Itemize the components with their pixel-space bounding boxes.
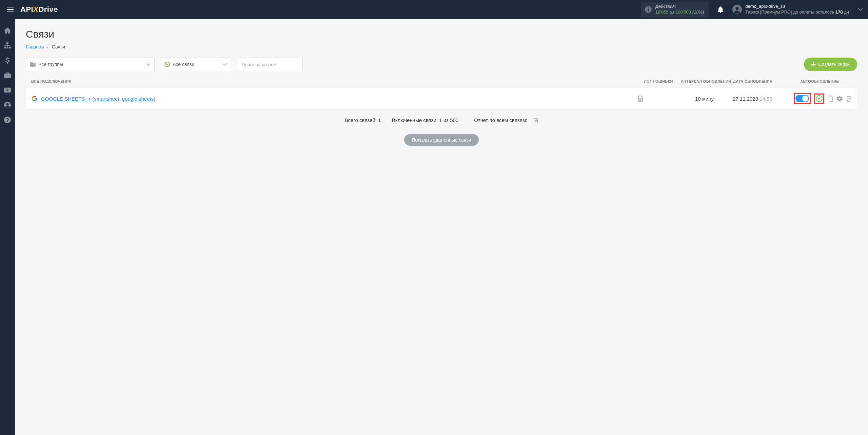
interval-value: 10 минут [678,96,733,102]
chevron-down-icon [858,8,863,11]
briefcase-icon [4,72,11,78]
sidebar-item-videos[interactable] [4,87,11,94]
actions-total: 100'000 [675,9,691,15]
filter-select[interactable]: Все связи [160,58,231,71]
highlight-toggle [794,93,811,104]
highlight-run [814,94,824,104]
stats-total: Всего связей: 1 [345,117,381,123]
row-actions [787,93,851,104]
page-title: Связи [26,28,857,40]
sidebar: ? [0,19,15,155]
create-connection-button[interactable]: Создать связь [804,58,857,71]
copy-button[interactable] [828,96,833,102]
svg-rect-5 [6,42,8,44]
settings-button[interactable] [836,96,843,102]
logo-x: X [33,5,38,14]
breadcrumb-separator: / [47,44,48,49]
header-date: ДАТА ОБНОВЛЕНИЯ [733,79,787,83]
svg-rect-1 [648,9,649,11]
stats-report[interactable]: Отчет по всем связям: [469,117,538,123]
show-deleted-button[interactable]: Показать удаленные связи [404,134,478,146]
hamburger-icon [7,7,14,12]
filter-label: Все связи [173,62,220,67]
sidebar-item-tools[interactable] [4,72,11,79]
sidebar-item-billing[interactable] [4,57,11,64]
notifications-button[interactable] [714,6,727,13]
svg-rect-6 [4,47,6,48]
avatar-icon [732,5,742,14]
user-menu[interactable]: demo_apix-drive_s3 Тариф |Премиум PRO| д… [732,4,849,15]
sidebar-item-home[interactable] [4,27,11,34]
user-icon [4,102,11,108]
document-icon [533,118,538,123]
folder-icon [30,62,36,67]
chevron-down-icon [146,63,150,66]
home-icon [4,27,11,34]
tariff-days: 178 [835,9,843,15]
actions-of: из [670,9,674,15]
chevron-down-icon [223,63,227,66]
breadcrumb-current: Связи [52,44,65,49]
breadcrumb: Главная / Связи [26,44,857,49]
question-icon: ? [4,117,11,123]
main-content: Связи Главная / Связи Все группы Все свя… [15,19,868,155]
table-header: ВСЕ ПОДКЛЮЧЕНИЯ ЛОГ / ОШИБКИ ИНТЕРВАЛ ОБ… [26,77,857,87]
logo-prefix: API [20,5,33,14]
sitemap-icon [4,42,11,48]
table-row: GOOGLE SHEETS -> (smartsheet, google she… [26,87,857,110]
auto-update-toggle[interactable] [795,95,809,102]
search-input[interactable] [237,58,303,71]
toolbar: Все группы Все связи Создать связь [26,58,857,71]
sidebar-item-connections[interactable] [4,42,11,49]
create-label: Создать связь [818,62,850,67]
stats-bar: Всего связей: 1 Включенные связи: 1 из 5… [26,117,857,123]
tariff-prefix: Тариф |Премиум PRO| до оплаты осталось [745,9,835,15]
svg-rect-16 [829,97,833,101]
tariff-suffix: дн [843,9,849,15]
play-circle-icon [164,62,170,67]
info-icon [645,6,652,13]
bell-icon [717,6,724,13]
header-auto: АВТООБНОВЛЕНИЕ [787,79,852,83]
actions-text: Действия: 18'055 из 100'000 (18%) [655,4,704,15]
google-icon [32,96,38,102]
run-button[interactable] [816,95,823,102]
header-name: ВСЕ ПОДКЛЮЧЕНИЯ [31,79,638,83]
svg-point-2 [648,7,649,8]
svg-text:?: ? [6,117,9,123]
header-interval: ИНТЕРВАЛ ОБНОВЛЕНИЯ [679,79,733,83]
actions-pct: (18%) [692,9,704,15]
svg-point-11 [6,103,9,106]
actions-counter[interactable]: Действия: 18'055 из 100'000 (18%) [641,2,709,17]
actions-used: 18'055 [655,9,669,15]
user-name: demo_apix-drive_s3 [745,4,849,9]
menu-button[interactable] [5,5,15,14]
stats-enabled: Включенные связи: 1 из 500 [392,117,458,123]
sidebar-item-help[interactable]: ? [4,117,11,123]
log-button[interactable] [638,96,678,102]
header-log: ЛОГ / ОШИБКИ [638,79,679,83]
date-value: 27.11.2023 14:59 [733,96,787,102]
user-text: demo_apix-drive_s3 Тариф |Премиум PRO| д… [745,4,849,15]
plus-icon [811,62,815,66]
youtube-icon [4,87,11,93]
sidebar-item-account[interactable] [4,102,11,108]
dollar-icon [5,57,9,64]
document-icon [638,96,643,102]
groups-select[interactable]: Все группы [26,58,155,71]
logo-suffix: Drive [38,5,58,14]
breadcrumb-home[interactable]: Главная [26,44,44,49]
header: APIXDrive Действия: 18'055 из 100'000 (1… [0,0,868,19]
svg-point-4 [736,7,739,10]
connection-name[interactable]: GOOGLE SHEETS -> (smartsheet, google she… [41,96,638,102]
delete-button[interactable] [846,96,851,102]
actions-label: Действия: [655,4,704,9]
user-menu-toggle[interactable] [854,8,863,11]
groups-label: Все группы [38,62,143,67]
svg-rect-8 [9,47,11,48]
logo[interactable]: APIXDrive [20,5,58,14]
svg-rect-7 [7,47,8,48]
